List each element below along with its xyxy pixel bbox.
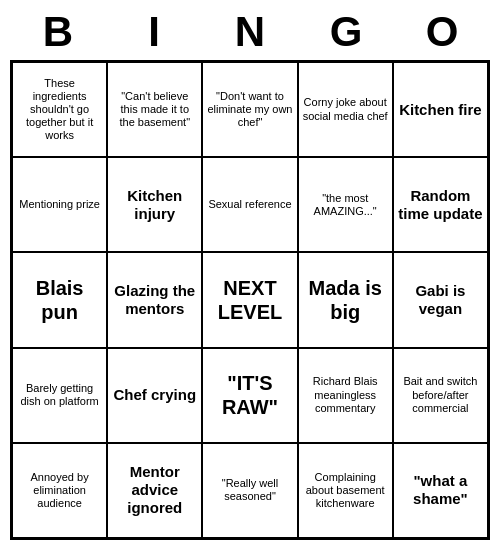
- bingo-cell-11[interactable]: Glazing the mentors: [107, 252, 202, 347]
- bingo-cell-16[interactable]: Chef crying: [107, 348, 202, 443]
- letter-b: B: [18, 8, 98, 56]
- bingo-cell-9[interactable]: Random time update: [393, 157, 488, 252]
- bingo-cell-12[interactable]: NEXT LEVEL: [202, 252, 297, 347]
- bingo-grid: These ingredients shouldn't go together …: [10, 60, 490, 540]
- bingo-cell-4[interactable]: Kitchen fire: [393, 62, 488, 157]
- bingo-cell-19[interactable]: Bait and switch before/after commercial: [393, 348, 488, 443]
- letter-o: O: [402, 8, 482, 56]
- bingo-cell-15[interactable]: Barely getting dish on platform: [12, 348, 107, 443]
- bingo-cell-18[interactable]: Richard Blais meaningless commentary: [298, 348, 393, 443]
- bingo-cell-6[interactable]: Kitchen injury: [107, 157, 202, 252]
- bingo-cell-17[interactable]: "IT'S RAW": [202, 348, 297, 443]
- bingo-cell-20[interactable]: Annoyed by elimination audience: [12, 443, 107, 538]
- bingo-cell-7[interactable]: Sexual reference: [202, 157, 297, 252]
- letter-i: I: [114, 8, 194, 56]
- bingo-cell-2[interactable]: "Don't want to eliminate my own chef": [202, 62, 297, 157]
- bingo-cell-13[interactable]: Mada is big: [298, 252, 393, 347]
- bingo-cell-21[interactable]: Mentor advice ignored: [107, 443, 202, 538]
- bingo-cell-8[interactable]: "the most AMAZING...": [298, 157, 393, 252]
- bingo-title: B I N G O: [10, 0, 490, 60]
- bingo-cell-22[interactable]: "Really well seasoned": [202, 443, 297, 538]
- bingo-cell-10[interactable]: Blais pun: [12, 252, 107, 347]
- bingo-cell-23[interactable]: Complaining about basement kitchenware: [298, 443, 393, 538]
- bingo-cell-14[interactable]: Gabi is vegan: [393, 252, 488, 347]
- bingo-cell-0[interactable]: These ingredients shouldn't go together …: [12, 62, 107, 157]
- bingo-cell-24[interactable]: "what a shame": [393, 443, 488, 538]
- bingo-cell-5[interactable]: Mentioning prize: [12, 157, 107, 252]
- bingo-cell-3[interactable]: Corny joke about social media chef: [298, 62, 393, 157]
- letter-n: N: [210, 8, 290, 56]
- bingo-cell-1[interactable]: "Can't believe this made it to the basem…: [107, 62, 202, 157]
- letter-g: G: [306, 8, 386, 56]
